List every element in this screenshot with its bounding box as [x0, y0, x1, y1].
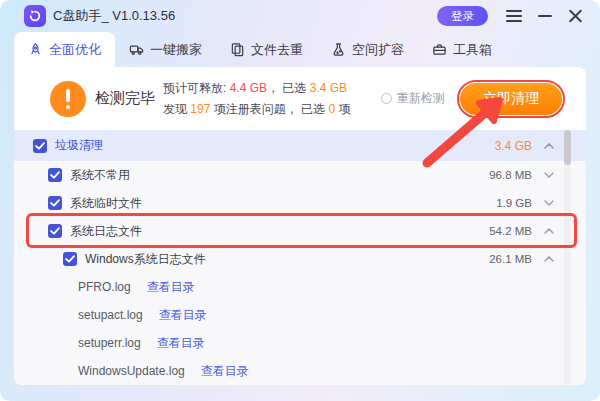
- scrollbar-thumb[interactable]: [564, 130, 571, 165]
- tab-label: 空间扩容: [352, 41, 404, 59]
- tab-toolbox[interactable]: 工具箱: [418, 32, 506, 67]
- list-row-system-logs[interactable]: 系统日志文件 54.2 MB: [14, 217, 586, 245]
- selected-size: 3.4 GB: [310, 81, 347, 95]
- flask-icon: [331, 42, 346, 57]
- checkbox[interactable]: [48, 168, 62, 182]
- tab-full-optimize[interactable]: 全面优化: [14, 32, 115, 67]
- row-label: 垃圾清理: [55, 137, 103, 154]
- main-panel: 检测完毕 预计可释放: 4.4 GB， 已选 3.4 GB 发现 197 项注册…: [14, 67, 586, 385]
- chevron-down-icon[interactable]: [542, 200, 556, 206]
- chevron-up-icon[interactable]: [542, 143, 556, 149]
- tab-one-key-move[interactable]: 一键搬家: [115, 32, 216, 67]
- row-size: 26.1 MB: [489, 253, 532, 265]
- tab-bar: 全面优化 一键搬家 文件去重 空间扩容 工具箱: [14, 32, 506, 67]
- title-bar: C盘助手_ V1.0.13.56 登录: [0, 0, 600, 32]
- row-label: 系统日志文件: [70, 223, 142, 240]
- view-directory-link[interactable]: 查看目录: [159, 307, 207, 324]
- recheck-label: 重新检测: [397, 90, 445, 107]
- scan-summary: 检测完毕 预计可释放: 4.4 GB， 已选 3.4 GB 发现 197 项注册…: [14, 67, 586, 130]
- list-row-windowsupdate-log: WindowsUpdate.log 查看目录: [14, 357, 586, 385]
- scan-status: 检测完毕: [95, 89, 155, 108]
- row-size: 1.9 GB: [496, 197, 532, 209]
- row-size: 3.4 GB: [495, 139, 532, 153]
- tab-label: 一键搬家: [150, 41, 202, 59]
- tab-label: 全面优化: [49, 41, 101, 59]
- list-row-system-unused[interactable]: 系统不常用 96.8 MB: [14, 161, 586, 189]
- row-label: 系统临时文件: [70, 195, 142, 212]
- checkbox[interactable]: [48, 196, 62, 210]
- view-directory-link[interactable]: 查看目录: [147, 279, 195, 296]
- stats-line-releasable: 预计可释放: 4.4 GB， 已选 3.4 GB: [163, 78, 350, 99]
- clean-button-wrap: 立即清理: [460, 83, 562, 115]
- chevron-up-icon[interactable]: [542, 228, 556, 234]
- list-row-setuperr-log: setuperr.log 查看目录: [14, 329, 586, 357]
- tab-space-expand[interactable]: 空间扩容: [317, 32, 418, 67]
- login-button[interactable]: 登录: [437, 6, 488, 26]
- tab-label: 文件去重: [251, 41, 303, 59]
- row-size: 54.2 MB: [489, 225, 532, 237]
- stats-line-registry: 发现 197 项注册表问题， 已选 0 项: [163, 99, 350, 120]
- list-row-windows-logs[interactable]: Windows系统日志文件 26.1 MB: [14, 245, 586, 273]
- list-row-setupact-log: setupact.log 查看目录: [14, 301, 586, 329]
- tab-label: 工具箱: [453, 41, 492, 59]
- log-file-name: WindowsUpdate.log: [78, 364, 185, 378]
- log-file-name: setuperr.log: [78, 336, 141, 350]
- row-size: 96.8 MB: [489, 169, 532, 181]
- log-file-name: setupact.log: [78, 308, 143, 322]
- checkbox[interactable]: [33, 139, 47, 153]
- clean-now-button[interactable]: 立即清理: [460, 83, 562, 115]
- rocket-icon: [28, 42, 43, 57]
- truck-icon: [129, 42, 144, 57]
- menu-icon[interactable]: [506, 10, 522, 22]
- checkbox[interactable]: [48, 224, 62, 238]
- duplicate-files-icon: [230, 42, 245, 57]
- scan-stats: 预计可释放: 4.4 GB， 已选 3.4 GB 发现 197 项注册表问题， …: [163, 78, 350, 120]
- list-row-pfro-log: PFRO.log 查看目录: [14, 273, 586, 301]
- registry-issues-count: 197: [190, 102, 210, 116]
- list-row-system-temp[interactable]: 系统临时文件 1.9 GB: [14, 189, 586, 217]
- minimize-icon[interactable]: [538, 15, 552, 17]
- warning-icon: [50, 81, 86, 117]
- view-directory-link[interactable]: 查看目录: [201, 363, 249, 380]
- tab-file-dedupe[interactable]: 文件去重: [216, 32, 317, 67]
- chevron-up-icon[interactable]: [542, 256, 556, 262]
- checkbox[interactable]: [63, 252, 77, 266]
- list-row-garbage-clean[interactable]: 垃圾清理 3.4 GB: [14, 130, 586, 161]
- view-directory-link[interactable]: 查看目录: [157, 335, 205, 352]
- cleanup-list: 垃圾清理 3.4 GB 系统不常用 96.8 MB 系统临时文件 1.9 GB: [14, 130, 586, 385]
- close-icon[interactable]: [568, 8, 584, 24]
- log-file-name: PFRO.log: [78, 280, 131, 294]
- scrollbar[interactable]: [564, 130, 571, 385]
- row-label: Windows系统日志文件: [85, 251, 206, 268]
- app-window: C盘助手_ V1.0.13.56 登录 全面优化 一键搬家 文件去重: [0, 0, 600, 401]
- chevron-down-icon[interactable]: [542, 172, 556, 178]
- releasable-size: 4.4 GB: [230, 81, 267, 95]
- app-logo-icon: [24, 5, 46, 27]
- toolbox-icon: [432, 42, 447, 57]
- recheck-circle-icon: [381, 93, 392, 104]
- recheck-button[interactable]: 重新检测: [381, 90, 445, 107]
- row-label: 系统不常用: [70, 167, 130, 184]
- app-title: C盘助手_ V1.0.13.56: [53, 7, 175, 25]
